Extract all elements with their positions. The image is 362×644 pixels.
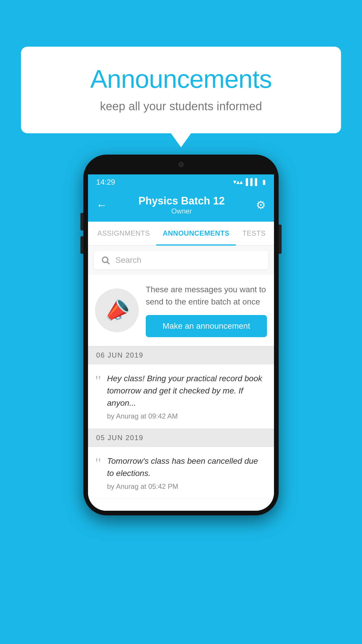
volume-down-button	[80, 236, 83, 254]
tabs-bar: ASSIGNMENTS ANNOUNCEMENTS TESTS	[88, 222, 274, 246]
phone-screen: 14:29 ▾▴▴ ▌▌▌ ▮ ← Physics Batch 12 Owner…	[88, 174, 274, 511]
search-container: Search	[88, 246, 274, 275]
date-separator-1: 06 JUN 2019	[88, 346, 274, 364]
status-icons: ▾▴▴ ▌▌▌ ▮	[233, 178, 266, 186]
quote-icon-1: "	[95, 374, 101, 389]
settings-icon[interactable]: ⚙	[256, 199, 266, 211]
announcement-author-1: by Anurag at 09:42 AM	[107, 412, 267, 420]
bubble-title: Announcements	[44, 64, 318, 94]
announcement-item-1: " Hey class! Bring your practical record…	[88, 364, 274, 429]
announcement-item-2: " Tomorrow's class has been cancelled du…	[88, 447, 274, 499]
phone-mockup: 14:29 ▾▴▴ ▌▌▌ ▮ ← Physics Batch 12 Owner…	[83, 155, 279, 515]
notch-area	[88, 159, 274, 174]
tab-announcements[interactable]: ANNOUNCEMENTS	[156, 222, 236, 245]
signal-icon: ▌▌▌	[246, 178, 259, 186]
phone-bottom	[88, 499, 274, 511]
announcement-author-2: by Anurag at 05:42 PM	[107, 482, 267, 491]
search-icon	[101, 256, 110, 265]
quote-icon-2: "	[95, 456, 101, 471]
bubble-subtitle: keep all your students informed	[44, 100, 318, 113]
announcement-right: These are messages you want to send to t…	[146, 284, 267, 337]
announcement-icon-circle: 📣	[95, 288, 139, 332]
svg-point-0	[102, 257, 108, 262]
announcement-text-2: Tomorrow's class has been cancelled due …	[107, 455, 267, 491]
megaphone-icon: 📣	[100, 294, 133, 327]
date-separator-2: 05 JUN 2019	[88, 429, 274, 447]
wifi-icon: ▾▴▴	[233, 178, 243, 186]
header-title: Physics Batch 12	[138, 195, 225, 207]
svg-line-1	[107, 262, 109, 264]
front-camera	[178, 162, 184, 167]
phone-outer: 14:29 ▾▴▴ ▌▌▌ ▮ ← Physics Batch 12 Owner…	[83, 155, 279, 515]
header-subtitle: Owner	[138, 207, 225, 215]
announcement-prompt: 📣 These are messages you want to send to…	[88, 275, 274, 346]
announcement-message-2: Tomorrow's class has been cancelled due …	[107, 455, 267, 480]
volume-up-button	[80, 213, 83, 230]
back-button[interactable]: ←	[96, 199, 107, 211]
speech-bubble-container: Announcements keep all your students inf…	[21, 47, 341, 133]
make-announcement-button[interactable]: Make an announcement	[146, 315, 267, 337]
speech-bubble: Announcements keep all your students inf…	[21, 47, 341, 133]
announcement-text-1: Hey class! Bring your practical record b…	[107, 372, 267, 420]
tab-assignments[interactable]: ASSIGNMENTS	[91, 222, 156, 245]
app-header: ← Physics Batch 12 Owner ⚙	[88, 190, 274, 222]
announcement-message-1: Hey class! Bring your practical record b…	[107, 372, 267, 409]
power-button	[279, 225, 282, 254]
status-time: 14:29	[96, 178, 115, 187]
header-center: Physics Batch 12 Owner	[138, 195, 225, 215]
search-input[interactable]: Search	[115, 256, 141, 265]
announcement-description: These are messages you want to send to t…	[146, 284, 267, 308]
search-bar[interactable]: Search	[94, 251, 268, 270]
tab-tests[interactable]: TESTS	[236, 222, 272, 245]
battery-icon: ▮	[262, 178, 266, 186]
status-bar: 14:29 ▾▴▴ ▌▌▌ ▮	[88, 174, 274, 190]
notch	[164, 159, 198, 170]
